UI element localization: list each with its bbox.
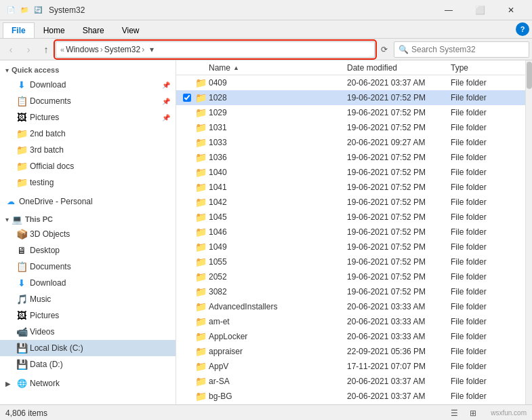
table-row[interactable]: 📁 1036 19-06-2021 07:52 PM File folder bbox=[176, 150, 525, 165]
nav-item-data-d[interactable]: 💾 Data (D:) bbox=[0, 356, 176, 373]
file-checkbox[interactable] bbox=[182, 316, 192, 327]
breadcrumb-windows[interactable]: Windows bbox=[66, 45, 99, 54]
file-checkbox[interactable] bbox=[182, 361, 192, 372]
tab-share[interactable]: Share bbox=[74, 22, 113, 38]
file-checkbox[interactable] bbox=[182, 212, 192, 223]
nav-label-2nd-batch: 2nd batch bbox=[30, 129, 170, 138]
tab-view[interactable]: View bbox=[113, 22, 148, 38]
table-row[interactable]: 📁 bg-BG 20-06-2021 03:37 AM File folder bbox=[176, 389, 525, 404]
file-checkbox[interactable] bbox=[182, 197, 192, 208]
nav-item-testing[interactable]: 📁 testing bbox=[0, 174, 176, 191]
file-type: File folder bbox=[451, 78, 520, 88]
address-bar[interactable]: « Windows › System32 › ▾ bbox=[56, 41, 375, 58]
nav-item-documents-pc[interactable]: 📋 Documents bbox=[0, 259, 176, 275]
nav-item-pictures-pc[interactable]: 🖼 Pictures bbox=[0, 307, 176, 324]
table-row[interactable]: 📁 2052 19-06-2021 07:52 PM File folder bbox=[176, 269, 525, 284]
table-row[interactable]: 📁 AdvancedInstallers 20-06-2021 03:33 AM… bbox=[176, 299, 525, 314]
file-checkbox[interactable] bbox=[182, 122, 192, 133]
address-chevron[interactable]: ▾ bbox=[150, 45, 154, 54]
table-row[interactable]: 📁 0409 20-06-2021 03:37 AM File folder bbox=[176, 75, 525, 90]
nav-item-desktop[interactable]: 🖥 Desktop bbox=[0, 242, 176, 259]
file-checkbox[interactable] bbox=[182, 167, 192, 178]
table-row[interactable]: 📁 1049 19-06-2021 07:52 PM File folder bbox=[176, 240, 525, 254]
table-row[interactable]: 📁 1046 19-06-2021 07:52 PM File folder bbox=[176, 225, 525, 240]
table-row[interactable]: 📁 1031 19-06-2021 07:52 PM File folder bbox=[176, 120, 525, 135]
this-pc-header[interactable]: ▾ 💻 This PC bbox=[0, 212, 176, 226]
file-checkbox[interactable] bbox=[182, 92, 192, 103]
file-checkbox[interactable] bbox=[182, 242, 192, 252]
forward-button[interactable]: › bbox=[20, 41, 37, 58]
col-header-type[interactable]: Type bbox=[451, 63, 520, 73]
pin-icon[interactable]: 📌 bbox=[162, 81, 170, 89]
file-checkbox[interactable] bbox=[182, 271, 192, 282]
nav-item-download-quick[interactable]: ⬇ Download 📌 bbox=[0, 77, 176, 93]
nav-item-pictures-quick[interactable]: 🖼 Pictures 📌 bbox=[0, 109, 176, 126]
file-checkbox[interactable] bbox=[182, 286, 192, 297]
file-type: File folder bbox=[451, 183, 520, 192]
table-row[interactable]: 📁 ar-SA 20-06-2021 03:37 AM File folder bbox=[176, 374, 525, 389]
table-row[interactable]: 📁 1033 20-06-2021 09:27 AM File folder bbox=[176, 135, 525, 150]
table-row[interactable]: 📁 1040 19-06-2021 07:52 PM File folder bbox=[176, 165, 525, 180]
scrollbar-thumb[interactable] bbox=[527, 62, 532, 89]
tab-file[interactable]: File bbox=[3, 22, 35, 38]
quick-access-header[interactable]: ▾ Quick access bbox=[0, 63, 176, 77]
nav-item-documents-quick[interactable]: 📋 Documents 📌 bbox=[0, 93, 176, 109]
close-button[interactable]: ✕ bbox=[495, 0, 527, 20]
nav-item-local-disk-c[interactable]: 💾 Local Disk (C:) bbox=[0, 340, 176, 356]
back-button[interactable]: ‹ bbox=[3, 41, 19, 58]
pin-icon2[interactable]: 📌 bbox=[162, 98, 170, 105]
file-checkbox[interactable] bbox=[182, 137, 192, 148]
file-checkbox[interactable] bbox=[182, 346, 192, 357]
file-checkbox[interactable] bbox=[182, 391, 192, 402]
file-checkbox[interactable] bbox=[182, 301, 192, 312]
file-checkbox[interactable] bbox=[182, 376, 192, 387]
table-row[interactable]: 📁 3082 19-06-2021 07:52 PM File folder bbox=[176, 284, 525, 299]
nav-item-music[interactable]: 🎵 Music bbox=[0, 291, 176, 307]
nav-item-official-docs[interactable]: 📁 Official docs bbox=[0, 158, 176, 174]
col-header-name[interactable]: Name ▲ bbox=[209, 63, 347, 73]
up-button[interactable]: ↑ bbox=[38, 41, 54, 58]
list-view-icon[interactable]: ☰ bbox=[447, 406, 461, 420]
table-row[interactable]: 📁 1045 19-06-2021 07:52 PM File folder bbox=[176, 210, 525, 225]
scrollbar-track[interactable] bbox=[525, 60, 532, 404]
file-checkbox[interactable] bbox=[182, 182, 192, 193]
col-header-date[interactable]: Date modified bbox=[347, 63, 451, 73]
table-row[interactable]: 📁 1042 19-06-2021 07:52 PM File folder bbox=[176, 195, 525, 210]
table-row[interactable]: 📁 1029 19-06-2021 07:52 PM File folder bbox=[176, 105, 525, 120]
nav-item-2nd-batch[interactable]: 📁 2nd batch bbox=[0, 126, 176, 142]
minimize-button[interactable]: — bbox=[433, 0, 464, 20]
file-checkbox[interactable] bbox=[182, 331, 192, 342]
search-bar[interactable]: 🔍 bbox=[394, 41, 529, 58]
folder-testing-icon: 📁 bbox=[16, 177, 27, 188]
pin-icon3[interactable]: 📌 bbox=[162, 114, 170, 121]
nav-item-download-pc[interactable]: ⬇ Download bbox=[0, 275, 176, 291]
table-row[interactable]: 📁 1055 19-06-2021 07:52 PM File folder bbox=[176, 254, 525, 269]
table-row[interactable]: 📁 1028 19-06-2021 07:52 PM File folder bbox=[176, 90, 525, 105]
file-checkbox[interactable] bbox=[182, 256, 192, 267]
table-row[interactable]: 📁 appraiser 22-09-2021 05:36 PM File fol… bbox=[176, 344, 525, 359]
file-checkbox[interactable] bbox=[182, 107, 192, 118]
nav-item-network[interactable]: ▶ 🌐 Network bbox=[0, 375, 176, 392]
grid-view-icon[interactable]: ⊞ bbox=[466, 406, 480, 420]
table-row[interactable]: 📁 AppLocker 20-06-2021 03:33 AM File fol… bbox=[176, 329, 525, 344]
file-checkbox[interactable] bbox=[182, 152, 192, 163]
table-row[interactable]: 📁 1041 19-06-2021 07:52 PM File folder bbox=[176, 180, 525, 195]
nav-item-onedrive[interactable]: ☁ OneDrive - Personal bbox=[0, 193, 176, 210]
nav-item-3d-objects[interactable]: 📦 3D Objects bbox=[0, 226, 176, 242]
file-date: 20-06-2021 03:37 AM bbox=[347, 377, 451, 386]
tab-home[interactable]: Home bbox=[35, 22, 74, 38]
title-bar-icons: 📄 📁 🔄 bbox=[5, 5, 43, 16]
refresh-button[interactable]: ⟳ bbox=[376, 41, 392, 58]
file-name: 1033 bbox=[209, 138, 347, 147]
file-checkbox[interactable] bbox=[182, 227, 192, 237]
nav-item-3rd-batch[interactable]: 📁 3rd batch bbox=[0, 142, 176, 158]
search-input[interactable] bbox=[411, 45, 525, 54]
breadcrumb-system32[interactable]: System32 bbox=[104, 45, 140, 54]
quick-access-icon: 🔄 bbox=[33, 5, 43, 16]
file-checkbox[interactable] bbox=[182, 77, 192, 88]
nav-item-videos[interactable]: 📹 Videos bbox=[0, 324, 176, 340]
table-row[interactable]: 📁 am-et 20-06-2021 03:33 AM File folder bbox=[176, 314, 525, 329]
maximize-button[interactable]: ⬜ bbox=[464, 0, 495, 20]
table-row[interactable]: 📁 AppV 17-11-2021 07:07 PM File folder bbox=[176, 359, 525, 374]
help-button[interactable]: ? bbox=[516, 22, 529, 36]
